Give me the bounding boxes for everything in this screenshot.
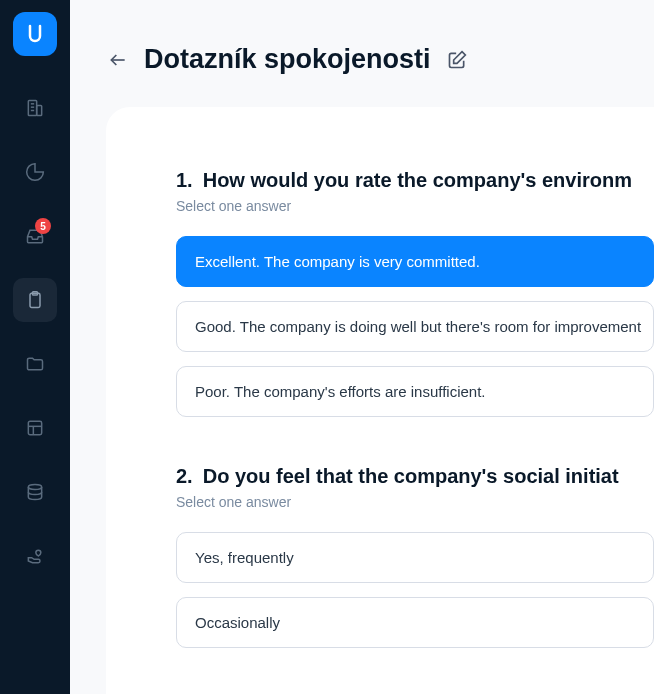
answer-option[interactable]: Poor. The company's efforts are insuffic… xyxy=(176,366,654,417)
question-hint: Select one answer xyxy=(176,494,654,510)
edit-icon xyxy=(447,50,467,70)
options-list: Yes, frequently Occasionally xyxy=(176,532,654,648)
nav-layout[interactable] xyxy=(13,406,57,450)
nav-data[interactable] xyxy=(13,470,57,514)
svg-rect-0 xyxy=(28,101,36,116)
nav-inbox[interactable]: 5 xyxy=(13,214,57,258)
page-title: Dotazník spokojenosti xyxy=(144,44,431,75)
layout-icon xyxy=(25,418,45,438)
sidebar: 5 xyxy=(0,0,70,694)
folder-icon xyxy=(25,354,45,374)
question-text: Do you feel that the company's social in… xyxy=(203,465,619,488)
hand-heart-icon xyxy=(25,546,45,566)
nav-analytics[interactable] xyxy=(13,150,57,194)
nav-give[interactable] xyxy=(13,534,57,578)
survey-card: 1. How would you rate the company's envi… xyxy=(106,107,654,694)
answer-option[interactable]: Good. The company is doing well but ther… xyxy=(176,301,654,352)
back-button[interactable] xyxy=(108,50,128,70)
question-1: 1. How would you rate the company's envi… xyxy=(176,169,654,417)
question-text: How would you rate the company's environ… xyxy=(203,169,632,192)
clipboard-icon xyxy=(25,290,45,310)
building-icon xyxy=(25,98,45,118)
pie-chart-icon xyxy=(25,162,45,182)
question-2: 2. Do you feel that the company's social… xyxy=(176,465,654,648)
svg-rect-1 xyxy=(37,106,42,116)
question-hint: Select one answer xyxy=(176,198,654,214)
question-number: 2. xyxy=(176,465,193,488)
question-number: 1. xyxy=(176,169,193,192)
nav-building[interactable] xyxy=(13,86,57,130)
nav-surveys[interactable] xyxy=(13,278,57,322)
arrow-left-icon xyxy=(108,50,128,70)
answer-option[interactable]: Occasionally xyxy=(176,597,654,648)
app-logo[interactable] xyxy=(13,12,57,56)
svg-point-10 xyxy=(28,485,41,490)
answer-option[interactable]: Excellent. The company is very committed… xyxy=(176,236,654,287)
svg-rect-7 xyxy=(28,421,41,434)
logo-icon xyxy=(23,22,47,46)
answer-option[interactable]: Yes, frequently xyxy=(176,532,654,583)
edit-button[interactable] xyxy=(447,50,467,70)
inbox-badge: 5 xyxy=(35,218,51,234)
options-list: Excellent. The company is very committed… xyxy=(176,236,654,417)
main-content: Dotazník spokojenosti 1. How would you r… xyxy=(70,0,654,694)
page-header: Dotazník spokojenosti xyxy=(70,0,654,107)
nav-files[interactable] xyxy=(13,342,57,386)
database-icon xyxy=(25,482,45,502)
